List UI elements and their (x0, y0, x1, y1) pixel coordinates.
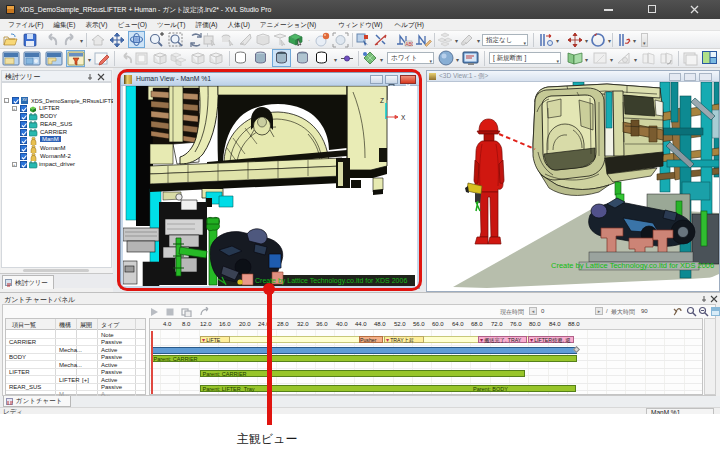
svg-text:Create by Lattice Technology.c: Create by Lattice Technology.co.ltd for … (551, 261, 714, 270)
svg-text:ABC: ABC (406, 42, 414, 47)
